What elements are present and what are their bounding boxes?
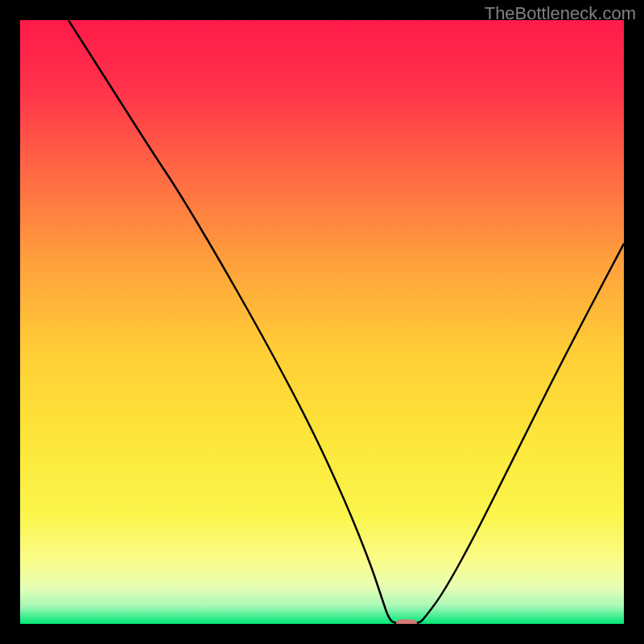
chart-svg <box>20 20 624 624</box>
watermark-text: TheBottleneck.com <box>485 3 636 24</box>
gradient-background <box>20 20 624 624</box>
optimal-marker <box>396 619 417 624</box>
chart-plot-area <box>20 20 624 624</box>
